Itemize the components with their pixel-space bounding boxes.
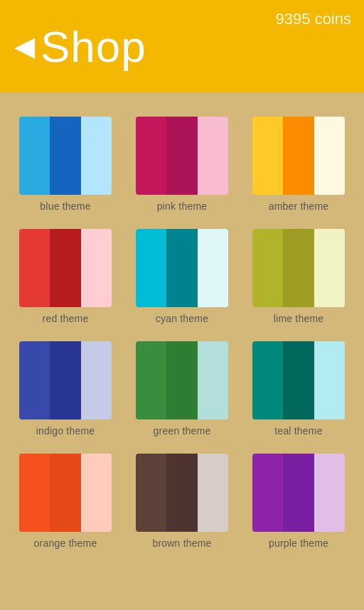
- swatch-color: [314, 454, 345, 532]
- theme-label: green theme: [154, 425, 211, 437]
- swatch-color: [198, 117, 228, 195]
- swatch-color: [166, 454, 197, 532]
- swatch-color: [50, 341, 80, 419]
- swatch-color: [314, 229, 345, 307]
- theme-grid: blue themepink themeamber themered theme…: [0, 92, 364, 570]
- swatch-color: [166, 117, 197, 195]
- coins-label: 9395 coins: [276, 10, 351, 28]
- swatch-color: [314, 117, 345, 195]
- theme-item[interactable]: orange theme: [7, 444, 124, 556]
- swatch-color: [252, 117, 283, 195]
- swatch-color: [136, 229, 166, 307]
- swatch-color: [198, 341, 228, 419]
- color-swatch: [252, 229, 345, 307]
- page-title: Shop: [41, 21, 146, 72]
- swatch-color: [198, 454, 228, 532]
- swatch-color: [81, 229, 112, 307]
- swatch-color: [19, 341, 50, 419]
- swatch-color: [252, 341, 283, 419]
- swatch-color: [136, 341, 166, 419]
- swatch-color: [252, 454, 283, 532]
- color-swatch: [136, 341, 228, 419]
- swatch-color: [81, 454, 112, 532]
- swatch-color: [283, 454, 314, 532]
- theme-label: pink theme: [157, 200, 207, 212]
- swatch-color: [19, 229, 50, 307]
- theme-label: indigo theme: [36, 425, 95, 437]
- color-swatch: [19, 229, 112, 307]
- swatch-color: [166, 229, 197, 307]
- color-swatch: [136, 454, 228, 532]
- swatch-color: [283, 117, 314, 195]
- color-swatch: [252, 341, 345, 419]
- swatch-color: [50, 229, 80, 307]
- theme-item[interactable]: pink theme: [124, 107, 240, 219]
- swatch-color: [314, 341, 345, 419]
- swatch-color: [81, 117, 112, 195]
- color-swatch: [19, 454, 112, 532]
- color-swatch: [19, 117, 112, 195]
- header: 9395 coins ◀ Shop: [0, 0, 364, 92]
- theme-label: teal theme: [274, 425, 322, 437]
- swatch-color: [19, 117, 50, 195]
- theme-label: brown theme: [152, 537, 211, 549]
- theme-item[interactable]: blue theme: [7, 107, 124, 219]
- theme-label: red theme: [43, 313, 89, 324]
- theme-label: amber theme: [269, 200, 329, 212]
- swatch-color: [198, 229, 228, 307]
- theme-item[interactable]: cyan theme: [124, 219, 240, 331]
- swatch-color: [50, 454, 80, 532]
- swatch-color: [136, 454, 166, 532]
- theme-label: cyan theme: [156, 313, 208, 324]
- theme-label: purple theme: [269, 537, 328, 549]
- swatch-color: [283, 229, 314, 307]
- swatch-color: [50, 117, 80, 195]
- theme-item[interactable]: indigo theme: [7, 331, 124, 444]
- color-swatch: [136, 229, 228, 307]
- theme-item[interactable]: brown theme: [124, 444, 240, 556]
- swatch-color: [19, 454, 50, 532]
- theme-item[interactable]: green theme: [124, 331, 240, 444]
- theme-label: lime theme: [274, 313, 323, 324]
- back-button[interactable]: ◀: [14, 33, 35, 60]
- theme-item[interactable]: teal theme: [240, 331, 357, 444]
- theme-item[interactable]: purple theme: [240, 444, 357, 556]
- swatch-color: [81, 341, 112, 419]
- theme-label: orange theme: [34, 537, 97, 549]
- color-swatch: [252, 117, 345, 195]
- color-swatch: [136, 117, 228, 195]
- swatch-color: [252, 229, 283, 307]
- swatch-color: [136, 117, 166, 195]
- swatch-color: [283, 341, 314, 419]
- theme-item[interactable]: amber theme: [240, 107, 357, 219]
- theme-label: blue theme: [40, 200, 90, 212]
- theme-item[interactable]: red theme: [7, 219, 124, 331]
- theme-item[interactable]: lime theme: [240, 219, 357, 331]
- swatch-color: [166, 341, 197, 419]
- color-swatch: [252, 454, 345, 532]
- color-swatch: [19, 341, 112, 419]
